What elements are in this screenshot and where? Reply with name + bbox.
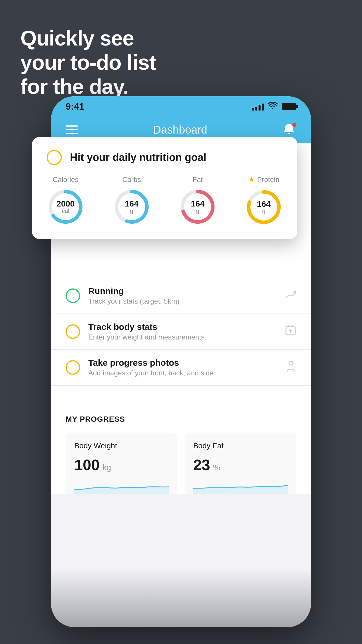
progress-section: MY PROGRESS Body Weight 100 kg xyxy=(51,403,311,494)
status-icons xyxy=(252,102,296,111)
person-icon xyxy=(285,360,296,375)
todo-title: Take progress photos xyxy=(88,358,277,368)
todo-text-progress-photos: Take progress photos Add images of your … xyxy=(88,358,277,377)
list-item[interactable]: Track body stats Enter your weight and m… xyxy=(51,314,311,350)
star-icon: ★ xyxy=(248,175,255,184)
todo-subtitle: Enter your weight and measurements xyxy=(88,333,277,341)
signal-icon xyxy=(252,102,264,111)
protein-label: ★ Protein xyxy=(248,175,279,184)
progress-cards: Body Weight 100 kg xyxy=(66,433,296,494)
todo-checkbox-body-stats[interactable] xyxy=(66,324,80,339)
body-fat-title: Body Fat xyxy=(193,441,288,450)
body-fat-value-row: 23 % xyxy=(193,456,288,474)
todo-title: Track body stats xyxy=(88,322,277,332)
body-weight-value-row: 100 kg xyxy=(74,456,169,474)
headline-line3: for the day. xyxy=(20,75,156,99)
calories-label: Calories xyxy=(53,176,78,184)
header-title: Dashboard xyxy=(153,124,207,136)
todo-list: Running Track your stats (target: 5km) xyxy=(51,278,311,403)
body-weight-value: 100 xyxy=(74,456,100,474)
svg-point-3 xyxy=(289,361,293,365)
nutrition-card: Hit your daily nutrition goal Calories 2… xyxy=(32,137,297,239)
body-weight-chart xyxy=(74,480,169,494)
todo-subtitle: Add images of your front, back, and side xyxy=(88,369,277,377)
fat-donut: 164 g xyxy=(179,188,217,226)
menu-button[interactable] xyxy=(66,125,78,134)
body-fat-card[interactable]: Body Fat 23 % xyxy=(184,433,296,494)
body-weight-card[interactable]: Body Weight 100 kg xyxy=(66,433,178,494)
nutrition-item-fat: Fat 164 g xyxy=(179,176,217,226)
todo-checkbox-running[interactable] xyxy=(66,288,80,303)
nutrition-item-calories: Calories 2000 cal xyxy=(47,176,85,226)
notification-dot xyxy=(292,123,296,127)
fat-label: Fat xyxy=(193,176,203,184)
carbs-donut: 164 g xyxy=(113,188,151,226)
body-weight-unit: kg xyxy=(103,463,111,472)
nutrition-circles: Calories 2000 cal Carbs xyxy=(47,175,283,226)
list-item[interactable]: Take progress photos Add images of your … xyxy=(51,350,311,386)
nutrition-card-title: Hit your daily nutrition goal xyxy=(70,151,206,164)
nutrition-checkbox[interactable] xyxy=(47,150,62,165)
calories-donut: 2000 cal xyxy=(47,188,85,226)
body-fat-value: 23 xyxy=(193,456,210,474)
body-fat-unit: % xyxy=(213,463,220,472)
status-time: 9:41 xyxy=(66,101,84,112)
todo-checkbox-progress-photos[interactable] xyxy=(66,360,80,375)
headline-line2: your to-do list xyxy=(20,50,156,75)
protein-donut: 164 g xyxy=(245,188,283,226)
notification-bell-button[interactable] xyxy=(282,123,296,137)
body-weight-title: Body Weight xyxy=(74,441,169,450)
todo-subtitle: Track your stats (target: 5km) xyxy=(88,297,276,305)
nutrition-card-title-row: Hit your daily nutrition goal xyxy=(47,150,283,165)
body-fat-chart xyxy=(193,480,288,494)
headline-line1: Quickly see xyxy=(20,26,156,50)
list-item[interactable]: Running Track your stats (target: 5km) xyxy=(51,278,311,314)
headline: Quickly see your to-do list for the day. xyxy=(20,26,156,99)
scale-icon xyxy=(285,325,296,339)
battery-icon xyxy=(282,103,296,110)
bottom-shadow xyxy=(51,569,311,627)
todo-text-body-stats: Track body stats Enter your weight and m… xyxy=(88,322,277,341)
carbs-label: Carbs xyxy=(122,176,141,184)
progress-section-title: MY PROGRESS xyxy=(66,415,296,424)
running-icon xyxy=(284,289,296,302)
todo-text-running: Running Track your stats (target: 5km) xyxy=(88,286,276,305)
status-bar: 9:41 xyxy=(51,96,311,117)
todo-title: Running xyxy=(88,286,276,296)
nutrition-item-protein: ★ Protein 164 g xyxy=(245,175,283,226)
nutrition-item-carbs: Carbs 164 g xyxy=(113,176,151,226)
wifi-icon xyxy=(268,102,278,111)
